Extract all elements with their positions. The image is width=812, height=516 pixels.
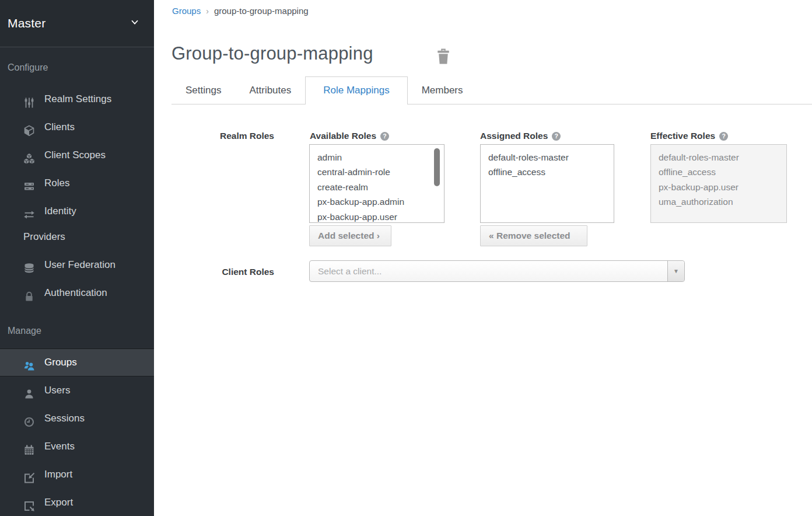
sidebar-item-import[interactable]: Import: [0, 461, 154, 489]
main-content: Groups›group-to-group-mapping Group-to-g…: [154, 0, 812, 516]
exchange-arrows-icon: [23, 205, 35, 217]
sidebar-item-label: Client Scopes: [44, 149, 106, 161]
role-option[interactable]: offline_access: [488, 165, 614, 179]
assigned-roles-listbox[interactable]: default-roles-master offline_access: [480, 144, 614, 223]
sidebar-item-label: Events: [44, 441, 75, 452]
sidebar-item-label: Users: [44, 385, 70, 396]
role-option[interactable]: default-roles-master: [488, 150, 614, 165]
trash-icon: [436, 57, 450, 66]
sidebar-item-clients[interactable]: Clients: [0, 113, 154, 141]
keycloak-admin-console: Master Configure Realm Settings: [0, 0, 812, 516]
configure-nav: Realm Settings Clients: [0, 85, 154, 307]
select-caret-button[interactable]: ▼: [667, 261, 684, 281]
assigned-roles-options: default-roles-master offline_access: [481, 145, 614, 180]
add-selected-button[interactable]: Add selected ›: [309, 225, 391, 246]
sidebar-item-label: Roles: [44, 177, 69, 189]
help-icon[interactable]: ?: [552, 132, 561, 141]
sidebar: Master Configure Realm Settings: [0, 0, 154, 516]
tab-settings[interactable]: Settings: [172, 76, 235, 104]
sidebar-item-user-federation[interactable]: User Federation: [0, 251, 154, 279]
role-option[interactable]: admin: [317, 150, 444, 165]
sidebar-item-export[interactable]: Export: [0, 489, 154, 516]
sidebar-section-manage: Manage: [8, 325, 154, 337]
role-option: default-roles-master: [659, 150, 786, 165]
sidebar-item-label: Clients: [44, 121, 75, 133]
sidebar-section-configure: Configure: [8, 61, 154, 74]
scrollbar-thumb[interactable]: [434, 148, 440, 186]
realm-name: Master: [8, 16, 46, 30]
sidebar-item-label: Sessions: [44, 413, 85, 424]
effective-roles-listbox: default-roles-master offline_access px-b…: [650, 144, 787, 223]
export-icon: [23, 496, 35, 508]
sidebar-item-sessions[interactable]: Sessions: [0, 405, 154, 433]
effective-roles-options: default-roles-master offline_access px-b…: [651, 145, 786, 210]
sidebar-item-identity-providers[interactable]: Identity Providers: [0, 197, 154, 251]
breadcrumb-groups-link[interactable]: Groups: [172, 6, 201, 16]
database-icon: [23, 259, 35, 270]
cubes-icon: [23, 149, 35, 161]
help-icon[interactable]: ?: [380, 132, 389, 141]
delete-group-button[interactable]: [436, 48, 450, 64]
sidebar-item-client-scopes[interactable]: Client Scopes: [0, 141, 154, 169]
realm-selector[interactable]: Master: [0, 0, 154, 47]
sidebar-item-roles[interactable]: Roles: [0, 169, 154, 197]
user-icon: [23, 384, 35, 396]
sidebar-item-label: Import: [44, 469, 72, 480]
role-option: offline_access: [659, 165, 786, 179]
realm-roles-label: Realm Roles: [172, 131, 274, 141]
sidebar-item-label: Authentication: [44, 287, 107, 298]
role-option[interactable]: px-backup-app.user: [317, 210, 444, 223]
cube-icon: [23, 121, 35, 133]
role-option[interactable]: create-realm: [317, 180, 444, 194]
users-group-icon: [23, 356, 35, 368]
client-roles-label: Client Roles: [172, 267, 274, 277]
sidebar-item-users[interactable]: Users: [0, 376, 154, 405]
assigned-roles-label: Assigned Roles?: [480, 131, 561, 141]
available-roles-label: Available Roles?: [310, 131, 389, 141]
calendar-icon: [23, 440, 35, 452]
sidebar-item-label: Export: [44, 497, 73, 508]
breadcrumb: Groups›group-to-group-mapping: [172, 6, 309, 16]
sliders-icon: [23, 93, 35, 104]
page-title: Group-to-group-mapping: [172, 43, 373, 64]
help-icon[interactable]: ?: [719, 132, 728, 141]
tab-role-mappings[interactable]: Role Mappings: [305, 76, 407, 104]
angle-double-left-icon: «: [489, 231, 494, 240]
sidebar-item-label: Realm Settings: [44, 93, 111, 104]
breadcrumb-current: group-to-group-mapping: [214, 6, 309, 16]
client-select-placeholder: Select a client...: [318, 261, 382, 281]
role-option[interactable]: central-admin-role: [317, 165, 444, 179]
role-option: uma_authorization: [659, 194, 786, 209]
sidebar-item-groups[interactable]: Groups: [0, 348, 154, 376]
chevron-down-icon: [130, 17, 140, 30]
sidebar-item-realm-settings[interactable]: Realm Settings: [0, 85, 154, 113]
server-icon: [23, 177, 35, 189]
sidebar-item-events[interactable]: Events: [0, 433, 154, 461]
sidebar-item-label: User Federation: [44, 259, 116, 270]
lock-icon: [23, 287, 35, 298]
tab-bar: Settings Attributes Role Mappings Member…: [172, 76, 812, 104]
clock-icon: [23, 412, 35, 424]
available-roles-listbox[interactable]: admin central-admin-role create-realm px…: [309, 144, 444, 223]
tab-attributes[interactable]: Attributes: [235, 76, 305, 104]
available-roles-options: admin central-admin-role create-realm px…: [310, 145, 444, 223]
manage-nav: Groups Users Sessions: [0, 348, 154, 516]
tab-members[interactable]: Members: [408, 76, 477, 104]
remove-selected-button[interactable]: « Remove selected: [480, 225, 587, 246]
sidebar-item-authentication[interactable]: Authentication: [0, 279, 154, 307]
role-option: px-backup-app.user: [659, 180, 786, 194]
breadcrumb-separator-icon: ›: [206, 6, 209, 16]
angle-right-icon: ›: [377, 231, 380, 240]
role-option[interactable]: px-backup-app.admin: [317, 194, 444, 209]
caret-down-icon: ▼: [673, 268, 679, 274]
effective-roles-label: Effective Roles?: [650, 131, 728, 141]
sidebar-item-label: Groups: [44, 357, 77, 368]
import-icon: [23, 468, 35, 480]
client-select-dropdown[interactable]: Select a client... ▼: [309, 260, 685, 282]
